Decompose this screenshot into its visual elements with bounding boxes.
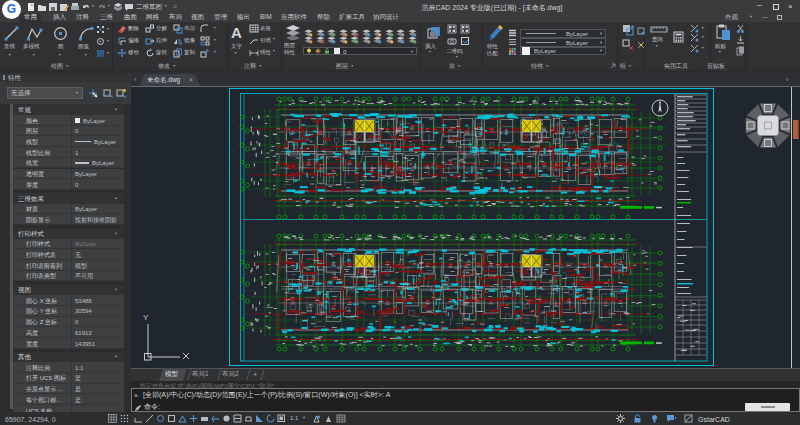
svg-text:Y: Y — [143, 313, 149, 322]
